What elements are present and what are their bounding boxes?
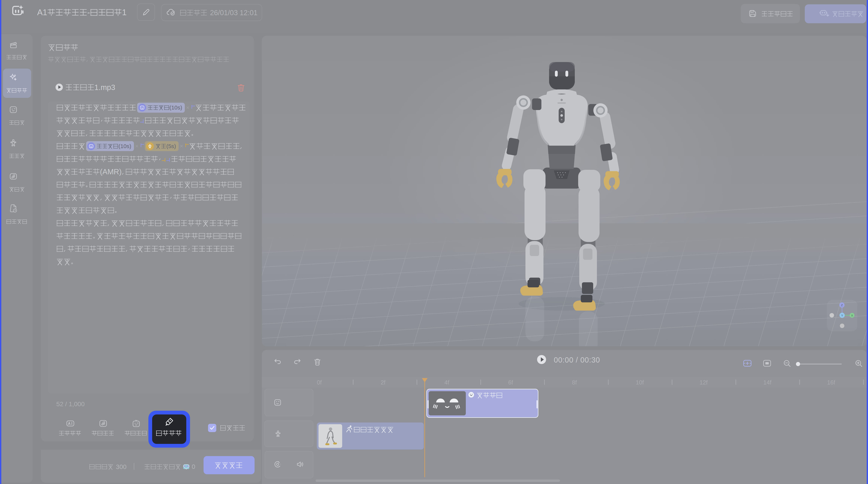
svg-text:X: X — [851, 314, 853, 317]
svg-text:Z: Z — [841, 303, 843, 307]
svg-text:Y: Y — [841, 314, 843, 317]
